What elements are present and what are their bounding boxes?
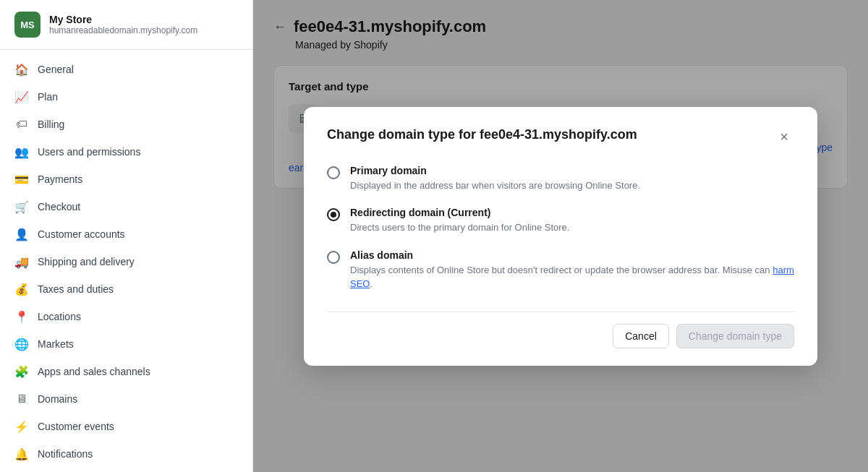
nav-icon-general: 🏠 — [14, 62, 29, 77]
main-content: ← fee0e4-31.myshopify.com Managed by Sho… — [253, 0, 868, 472]
sidebar-item-markets[interactable]: 🌐 Markets — [0, 330, 252, 358]
nav-label-customer-events: Customer events — [38, 421, 114, 432]
nav-icon-customer-events: ⚡ — [14, 419, 29, 434]
nav-icon-locations: 📍 — [14, 309, 29, 324]
nav-label-payments: Payments — [38, 173, 82, 185]
store-domain: humanreadabledomain.myshopify.com — [49, 25, 197, 35]
nav-icon-customer-accounts: 👤 — [14, 227, 29, 241]
domain-type-options: Primary domain Displayed in the address … — [327, 165, 794, 291]
primary-domain-option[interactable]: Primary domain Displayed in the address … — [327, 165, 794, 193]
modal-header: Change domain type for fee0e4-31.myshopi… — [327, 127, 794, 147]
nav-label-plan: Plan — [38, 91, 58, 103]
alias-domain-content: Alias domain Displays contents of Online… — [350, 249, 794, 291]
nav-icon-plan: 📈 — [14, 90, 29, 104]
redirecting-domain-desc: Directs users to the primary domain for … — [350, 220, 569, 235]
primary-domain-content: Primary domain Displayed in the address … — [350, 165, 640, 193]
redirecting-domain-option[interactable]: Redirecting domain (Current) Directs use… — [327, 207, 794, 235]
sidebar-item-customer-events[interactable]: ⚡ Customer events — [0, 413, 252, 440]
store-info: My Store humanreadabledomain.myshopify.c… — [49, 14, 197, 35]
nav-label-taxes: Taxes and duties — [38, 283, 114, 295]
sidebar-item-payments[interactable]: 💳 Payments — [0, 166, 252, 193]
redirecting-domain-content: Redirecting domain (Current) Directs use… — [350, 207, 569, 235]
nav-label-billing: Billing — [38, 119, 64, 130]
store-name: My Store — [49, 14, 197, 25]
sidebar-item-shipping[interactable]: 🚚 Shipping and delivery — [0, 248, 252, 275]
change-domain-type-modal: Change domain type for fee0e4-31.myshopi… — [304, 107, 817, 366]
modal-title: Change domain type for fee0e4-31.myshopi… — [327, 127, 637, 142]
nav-icon-shipping: 🚚 — [14, 254, 29, 269]
primary-domain-label: Primary domain — [350, 165, 640, 176]
nav-icon-billing: 🏷 — [14, 117, 29, 132]
modal-footer: Cancel Change domain type — [327, 312, 794, 348]
nav-icon-notifications: 🔔 — [14, 447, 29, 461]
nav-label-apps: Apps and sales channels — [38, 366, 150, 377]
sidebar-item-plan[interactable]: 📈 Plan — [0, 83, 252, 111]
nav-icon-checkout: 🛒 — [14, 199, 29, 214]
sidebar: MS My Store humanreadabledomain.myshopif… — [0, 0, 253, 472]
redirecting-domain-label: Redirecting domain (Current) — [350, 207, 569, 218]
nav-label-markets: Markets — [38, 338, 74, 350]
modal-overlay: Change domain type for fee0e4-31.myshopi… — [253, 0, 868, 472]
primary-domain-radio[interactable] — [327, 166, 340, 179]
nav-label-locations: Locations — [38, 311, 81, 322]
nav-icon-apps: 🧩 — [14, 364, 29, 379]
sidebar-item-notifications[interactable]: 🔔 Notifications — [0, 440, 252, 468]
alias-domain-radio[interactable] — [327, 251, 340, 264]
cancel-button[interactable]: Cancel — [613, 324, 669, 348]
sidebar-item-users[interactable]: 👥 Users and permissions — [0, 138, 252, 166]
alias-domain-option[interactable]: Alias domain Displays contents of Online… — [327, 249, 794, 291]
sidebar-item-customer-accounts[interactable]: 👤 Customer accounts — [0, 220, 252, 248]
primary-domain-desc: Displayed in the address bar when visito… — [350, 179, 640, 193]
sidebar-item-taxes[interactable]: 💰 Taxes and duties — [0, 275, 252, 303]
nav-label-checkout: Checkout — [38, 201, 80, 213]
nav-icon-taxes: 💰 — [14, 282, 29, 296]
sidebar-item-apps[interactable]: 🧩 Apps and sales channels — [0, 358, 252, 385]
nav-icon-markets: 🌐 — [14, 337, 29, 351]
nav-icon-payments: 💳 — [14, 172, 29, 186]
nav-label-shipping: Shipping and delivery — [38, 256, 135, 267]
sidebar-item-billing[interactable]: 🏷 Billing — [0, 111, 252, 138]
nav-icon-domains: 🖥 — [14, 392, 29, 406]
sidebar-nav: 🏠 General 📈 Plan 🏷 Billing 👥 Users and p… — [0, 50, 252, 472]
nav-icon-users: 👥 — [14, 145, 29, 159]
sidebar-item-domains[interactable]: 🖥 Domains — [0, 385, 252, 413]
sidebar-item-checkout[interactable]: 🛒 Checkout — [0, 193, 252, 220]
nav-label-notifications: Notifications — [38, 448, 93, 460]
sidebar-header: MS My Store humanreadabledomain.myshopif… — [0, 0, 252, 50]
redirecting-domain-radio[interactable] — [327, 208, 340, 221]
close-modal-button[interactable]: × — [774, 127, 794, 147]
nav-label-domains: Domains — [38, 393, 77, 405]
change-domain-type-button[interactable]: Change domain type — [676, 324, 794, 348]
alias-domain-desc: Displays contents of Online Store but do… — [350, 263, 794, 291]
sidebar-item-general[interactable]: 🏠 General — [0, 56, 252, 83]
harm-seo-link[interactable]: harm SEO — [350, 265, 794, 290]
nav-label-general: General — [38, 64, 74, 75]
nav-label-users: Users and permissions — [38, 146, 140, 158]
sidebar-item-locations[interactable]: 📍 Locations — [0, 303, 252, 330]
avatar: MS — [14, 12, 41, 38]
alias-domain-label: Alias domain — [350, 249, 794, 261]
nav-label-customer-accounts: Customer accounts — [38, 228, 125, 240]
